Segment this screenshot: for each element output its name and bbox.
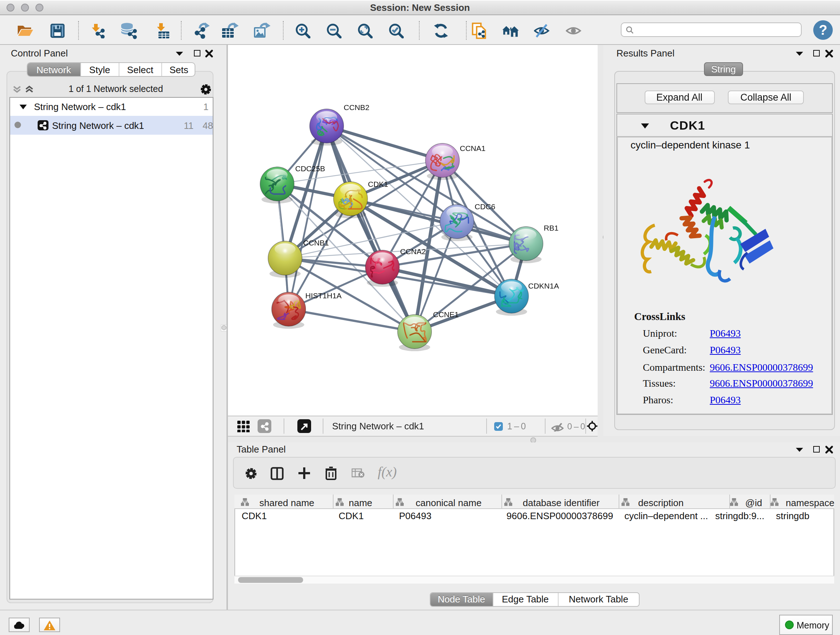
svg-text:CCNB1: CCNB1	[303, 239, 329, 247]
svg-text:CDC25B: CDC25B	[295, 165, 325, 173]
svg-text:CCNA2: CCNA2	[400, 247, 426, 256]
svg-text:CCNB2: CCNB2	[344, 103, 369, 111]
svg-text:CDK1: CDK1	[368, 180, 388, 188]
svg-text:CCNA1: CCNA1	[460, 144, 485, 152]
svg-text:CDC6: CDC6	[475, 203, 495, 211]
svg-text:HIST1H1A: HIST1H1A	[305, 291, 341, 300]
svg-text:RB1: RB1	[544, 224, 559, 232]
svg-text:CDKN1A: CDKN1A	[528, 282, 559, 290]
svg-text:CCNE1: CCNE1	[433, 310, 459, 318]
